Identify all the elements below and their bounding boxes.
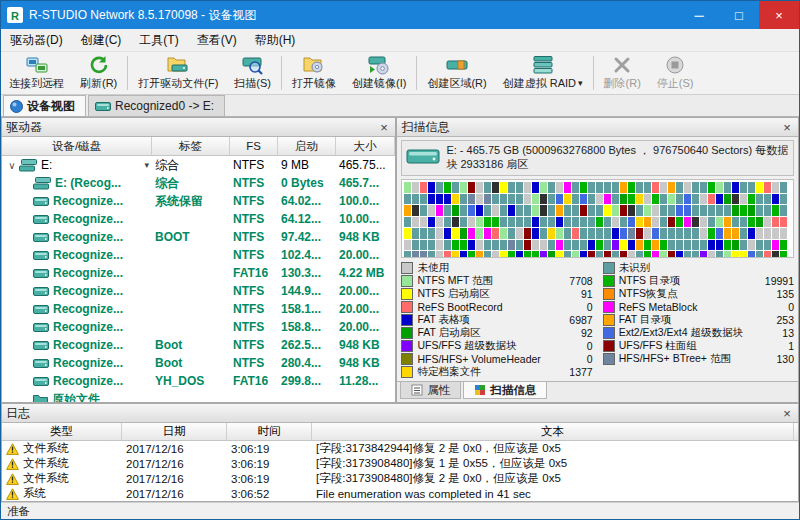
toolbar-button-5[interactable]: 打开镜像 <box>284 52 344 94</box>
scan-block <box>444 182 451 193</box>
drive-cell-start: 299.8... <box>278 374 336 388</box>
legend-label: FAT 表格项 <box>417 313 554 327</box>
drive-icon <box>33 303 49 315</box>
scan-panel-close-icon[interactable]: × <box>780 121 794 134</box>
scan-block <box>532 228 539 239</box>
log-column-header-3[interactable]: 时间 <box>227 423 312 440</box>
log-column-header-2[interactable]: 日期 <box>122 423 227 440</box>
close-button[interactable]: × <box>759 1 799 29</box>
scan-block <box>684 217 691 228</box>
log-panel-close-icon[interactable]: × <box>780 407 794 420</box>
toolbar-button-3[interactable]: 打开驱动文件(F) <box>130 52 226 94</box>
log-row[interactable]: 系统2017/12/163:06:52File enumeration was … <box>2 486 798 501</box>
scan-block <box>412 194 419 205</box>
scan-block <box>724 240 731 251</box>
drives-panel-title: 驱动器 <box>6 119 377 136</box>
drive-row[interactable]: Recognize...NTFS144.9...20.00... <box>2 282 395 300</box>
scan-panel-tab-2[interactable]: 扫描信息 <box>463 382 547 399</box>
chevron-down-icon[interactable]: ▾ <box>578 78 583 88</box>
scan-block <box>556 228 563 239</box>
scan-block <box>484 182 491 193</box>
toolbar-button-6[interactable]: 创建镜像(I) <box>344 52 414 94</box>
scan-block <box>604 182 611 193</box>
log-row[interactable]: 文件系统2017/12/163:06:19[字段:3173908480]修复 2… <box>2 471 798 486</box>
toolbar-button-2[interactable]: 刷新(R) <box>72 52 125 94</box>
log-column-header-4[interactable]: 文本 <box>312 423 794 440</box>
scan-block <box>604 240 611 251</box>
scan-block <box>604 194 611 205</box>
legend-swatch <box>401 275 413 287</box>
drives-column-header-2[interactable]: 标签 <box>152 137 230 155</box>
drive-row[interactable]: Recognize...NTFS102.4...20.00... <box>2 246 395 264</box>
warning-icon <box>6 443 19 455</box>
scan-block <box>604 205 611 216</box>
legend-item: HFS/HFS+ BTree+ 范围130 <box>603 352 794 365</box>
maximize-button[interactable]: □ <box>719 1 759 29</box>
scan-block <box>748 228 755 239</box>
scan-block <box>644 228 651 239</box>
scan-block <box>620 240 627 251</box>
scan-panel-title: 扫描信息 <box>401 119 780 136</box>
drive-row[interactable]: Recognize...BootNTFS280.4...948 KB <box>2 354 395 372</box>
drive-row[interactable]: Recognize...系统保留NTFS64.02...100.0... <box>2 192 395 210</box>
legend-item: 特定档案文件1377 <box>401 365 592 378</box>
scan-block <box>588 240 595 251</box>
volume-set-dropdown-icon[interactable]: ▾ <box>141 160 149 170</box>
drives-column-header-4[interactable]: 启动 <box>278 137 336 155</box>
drive-row[interactable]: Recognize...NTFS158.8...20.00... <box>2 318 395 336</box>
drives-column-header-3[interactable]: FS <box>230 137 278 155</box>
drives-column-header-5[interactable]: 大小 <box>336 137 395 155</box>
scan-block <box>764 205 771 216</box>
menu-item-5[interactable]: 帮助(H) <box>246 30 305 51</box>
drive-row[interactable]: Recognize...YH_DOSFAT16299.8...11.28... <box>2 372 395 390</box>
view-tab-2[interactable]: Recognized0 -> E: <box>88 95 225 116</box>
log-row[interactable]: 文件系统2017/12/163:06:19[字段:3173842944]修复 2… <box>2 441 798 456</box>
drive-row[interactable]: Recognize...NTFS64.12...10.00... <box>2 210 395 228</box>
scan-block <box>620 205 627 216</box>
scan-block <box>420 182 427 193</box>
scan-block <box>732 182 739 193</box>
menu-item-1[interactable]: 驱动器(D) <box>1 30 72 51</box>
minimize-button[interactable]: ─ <box>679 1 719 29</box>
menu-item-3[interactable]: 工具(T) <box>130 30 187 51</box>
drive-name: Recognize... <box>53 212 123 226</box>
drives-panel-close-icon[interactable]: × <box>377 121 391 134</box>
scan-block <box>660 205 667 216</box>
scan-block <box>732 228 739 239</box>
scan-block <box>644 251 651 258</box>
drive-row[interactable]: Recognize...FAT16130.3...4.22 MB <box>2 264 395 282</box>
toolbar-button-4[interactable]: 扫描(S) <box>226 52 279 94</box>
scan-block <box>692 182 699 193</box>
legend-item: HFS/HFS+ VolumeHeader0 <box>401 352 592 365</box>
drive-row[interactable]: 原始文件 <box>2 390 395 402</box>
drive-row[interactable]: Recognize...BootNTFS262.5...948 KB <box>2 336 395 354</box>
scan-block <box>404 240 411 251</box>
drive-name: Recognize... <box>53 302 123 316</box>
drive-cell-size: 20.00... <box>336 248 395 262</box>
scan-block <box>420 217 427 228</box>
menu-item-2[interactable]: 创建(C) <box>72 30 131 51</box>
drive-cell-fs: NTFS <box>230 248 278 262</box>
tree-expand-icon[interactable]: ∨ <box>5 160 19 171</box>
legend-item: ReFS MetaBlock0 <box>603 300 794 313</box>
log-row[interactable]: 文件系统2017/12/163:06:19[字段:3173908480]修复 1… <box>2 456 798 471</box>
scan-block-map[interactable] <box>401 179 794 258</box>
drives-column-header-1[interactable]: 设备/磁盘 <box>2 137 152 155</box>
scan-block <box>756 228 763 239</box>
scan-block <box>420 251 427 258</box>
drive-row[interactable]: Recognize...BOOTNTFS97.42...948 KB <box>2 228 395 246</box>
log-text: [字段:3173908480]修复 1 是 0x55，但应该是 0x5 <box>312 456 794 471</box>
scan-block <box>556 240 563 251</box>
toolbar-button-1[interactable]: 连接到远程 <box>1 52 72 94</box>
scan-block <box>620 182 627 193</box>
drive-row[interactable]: E: (Recog...综合NTFS0 Bytes465.7... <box>2 174 395 192</box>
scan-panel-tab-label: 扫描信息 <box>490 383 536 398</box>
scan-panel-tab-1[interactable]: 属性 <box>400 382 461 399</box>
toolbar-button-8[interactable]: 创建虚拟 RAID▾ <box>495 52 591 94</box>
drive-row[interactable]: ∨E:▾综合NTFS9 MB465.75... <box>2 156 395 174</box>
menu-item-4[interactable]: 查看(V) <box>188 30 246 51</box>
drive-row[interactable]: Recognize...NTFS158.1...20.00... <box>2 300 395 318</box>
log-column-header-1[interactable]: 类型 <box>2 423 122 440</box>
view-tab-1[interactable]: 设备视图 <box>3 95 86 116</box>
toolbar-button-7[interactable]: 创建区域(R) <box>419 52 494 94</box>
